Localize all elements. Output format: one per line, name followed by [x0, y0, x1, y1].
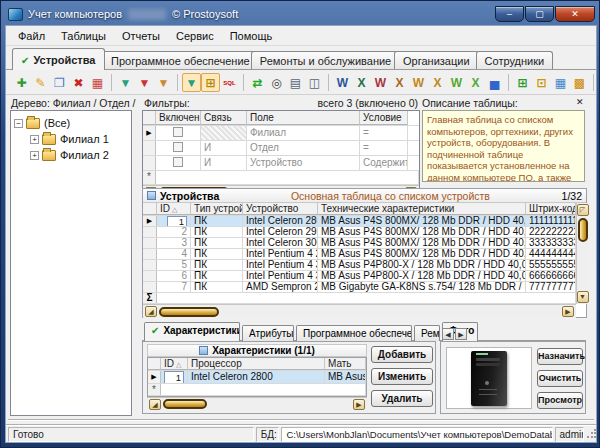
tree-expand-icon[interactable]: +	[30, 135, 39, 144]
scroll-right-icon[interactable]: ▶	[562, 306, 574, 317]
resize-grip[interactable]	[586, 429, 596, 439]
column-header-4[interactable]: Штрих-код	[526, 203, 576, 215]
filter-field-cell[interactable]: Устройство	[247, 156, 360, 170]
filter-field-cell[interactable]: Отдел	[247, 141, 360, 155]
preview-icon[interactable]: ◫	[305, 73, 324, 92]
column-header-0[interactable]: ID△	[157, 203, 191, 215]
subrecord-add-icon[interactable]: ⊞	[513, 73, 532, 92]
subtab-attributes[interactable]: Атрибуты	[242, 325, 294, 341]
char-new-row[interactable]: *	[148, 384, 366, 396]
view-button[interactable]: Просмотр	[537, 392, 583, 409]
delete-button[interactable]: Удалить	[371, 390, 433, 407]
tree-node-branch[interactable]: +Филиал 1	[11, 131, 131, 147]
grid-appearance-icon[interactable]: ▩	[570, 73, 589, 92]
filter-enabled-cell[interactable]	[156, 126, 201, 140]
filter-row[interactable]: ИУстройствоСодержит	[143, 156, 419, 171]
print-icon[interactable]: ▤	[286, 73, 305, 92]
menu-service[interactable]: Сервис	[168, 28, 222, 44]
filter-enabled-cell[interactable]	[156, 156, 201, 170]
subtab-scroll-left-icon[interactable]: ◀	[442, 328, 454, 340]
clear-button[interactable]: Очистить	[537, 370, 583, 387]
add-record-icon[interactable]: ✚	[12, 73, 31, 92]
assign-button[interactable]: Назначить	[537, 348, 583, 365]
menu-tables[interactable]: Таблицы	[53, 28, 114, 44]
column-header-1[interactable]: Тип устройства	[191, 203, 243, 215]
checkbox-unchecked[interactable]	[173, 157, 183, 167]
tab-employees[interactable]: Сотрудники	[476, 51, 554, 70]
filter-field-cell[interactable]: Филиал	[247, 126, 360, 140]
description-close-icon[interactable]: ✕	[576, 97, 584, 107]
sql-view-toggle-icon[interactable]: SQL	[220, 73, 239, 92]
edit-record-icon[interactable]: ✎	[31, 73, 50, 92]
checkbox-unchecked[interactable]	[173, 127, 183, 137]
characteristics-grid[interactable]: ID△ПроцессорМать▶1Intel Celeron 2800MB A…	[147, 357, 367, 397]
template-word-icon[interactable]: W	[409, 73, 428, 92]
filter-condition-cell[interactable]: =	[360, 141, 408, 155]
tab-software[interactable]: Программное обеспечение	[102, 51, 259, 70]
scroll-corner-icon[interactable]: ◢	[145, 306, 157, 317]
char-column-header-1[interactable]: Процессор	[188, 358, 325, 370]
device-row[interactable]: 3ПКIntel Celeron 3066MB Asus P4S 800MX/ …	[143, 238, 576, 249]
characteristic-row[interactable]: ▶1Intel Celeron 2800MB Asus P4	[148, 371, 366, 384]
minimize-button[interactable]: –	[495, 6, 524, 22]
char-column-header-0[interactable]: ID△	[161, 358, 188, 370]
filter-link-cell[interactable]: И	[201, 156, 247, 170]
filter-enabled-cell[interactable]	[156, 141, 201, 155]
filter-apply-icon[interactable]: ▼	[116, 73, 135, 92]
delete-record-icon[interactable]: ✖	[69, 73, 88, 92]
char-column-header-2[interactable]: Мать	[325, 358, 366, 370]
device-row[interactable]: 2ПКIntel Celeron 2933MB Asus P4S 800MX/ …	[143, 227, 576, 238]
filter-panel-toggle-icon[interactable]: ▼	[182, 73, 201, 92]
filter-row[interactable]: ИОтдел=	[143, 141, 419, 156]
tab-devices[interactable]: ✔Устройства	[12, 48, 105, 70]
device-row[interactable]: ▶1ПКIntel Celeron 2800MB Asus P4S 800MX/…	[143, 216, 576, 227]
scroll-right-icon[interactable]: ▶	[353, 399, 365, 410]
filter-link-cell[interactable]	[201, 126, 247, 140]
filter-delete-icon[interactable]: ▼	[135, 73, 154, 92]
subtab-characteristics[interactable]: ✔Характеристики	[144, 322, 240, 341]
tree-collapse-icon[interactable]: −	[14, 119, 23, 128]
tree-node-root[interactable]: −(Все)	[11, 115, 131, 131]
chart-icon[interactable]: ▅	[485, 73, 504, 92]
tab-organizations[interactable]: Организации	[394, 51, 479, 70]
tab-repairs[interactable]: Ремонты и обслуживание	[251, 51, 400, 70]
device-row[interactable]: 6ПКIntel Pentium 4 3200MB Asus P4P800-X …	[143, 271, 576, 282]
devices-hscrollbar[interactable]: ◢ ▶	[143, 304, 576, 318]
search-icon[interactable]: ◎	[267, 73, 286, 92]
tree-expand-icon[interactable]: +	[30, 151, 39, 160]
report-excel-icon[interactable]: X	[466, 73, 485, 92]
filter-new-row[interactable]: *	[143, 171, 419, 185]
subtab-repairs[interactable]: Рем	[414, 325, 440, 341]
subrecord-edit-icon[interactable]: ⊡	[532, 73, 551, 92]
menu-reports[interactable]: Отчеты	[114, 28, 168, 44]
tree-panel[interactable]: −(Все)+Филиал 1+Филиал 2	[10, 110, 132, 416]
merge-excel-icon[interactable]: X	[390, 73, 409, 92]
delete-table-records-icon[interactable]: ▦	[88, 73, 107, 92]
devices-grid[interactable]: ID△Тип устройстваУстройствоТехнические х…	[143, 203, 576, 304]
characteristics-hscrollbar[interactable]: ◢ ▶	[147, 397, 367, 410]
devices-vscrollbar[interactable]: ◸ ▼	[576, 203, 588, 304]
merge-word-icon[interactable]: W	[371, 73, 390, 92]
copy-record-icon[interactable]: ❐	[50, 73, 69, 92]
device-row[interactable]: 4ПКIntel Pentium 4 2400MB Asus P4S 800MX…	[143, 249, 576, 260]
report-word-icon[interactable]: W	[447, 73, 466, 92]
filter-disable-icon[interactable]: ▼	[154, 73, 173, 92]
menu-help[interactable]: Помощь	[222, 28, 281, 44]
devices-vscroll-thumb[interactable]	[578, 218, 588, 242]
checkbox-unchecked[interactable]	[173, 142, 183, 152]
subtab-software[interactable]: Программное обеспечение	[296, 325, 412, 341]
title-bar[interactable]: Учет компьютеров © Prostoysoft – ▢ ✕	[1, 1, 600, 25]
tree-panel-toggle-icon[interactable]: ⊞	[201, 73, 220, 92]
column-header-2[interactable]: Устройство	[243, 203, 318, 215]
export-word-icon[interactable]: W	[333, 73, 352, 92]
device-row[interactable]: 5ПКIntel Pentium 4 3000MB Asus P4P800-X …	[143, 260, 576, 271]
filter-row[interactable]: ▶Филиал=	[143, 126, 419, 141]
filter-row-icon[interactable]: ▼	[577, 291, 589, 303]
refresh-icon[interactable]: ⇄	[248, 73, 267, 92]
template-excel-icon[interactable]: X	[428, 73, 447, 92]
edit-button[interactable]: Изменить	[371, 368, 433, 385]
scroll-corner-icon[interactable]: ◢	[149, 399, 161, 410]
tree-node-branch[interactable]: +Филиал 2	[11, 147, 131, 163]
add-button[interactable]: Добавить	[371, 346, 433, 363]
filter-grid[interactable]: ВключенСвязьПолеУсловие▶Филиал=ИОтдел=ИУ…	[142, 110, 420, 192]
